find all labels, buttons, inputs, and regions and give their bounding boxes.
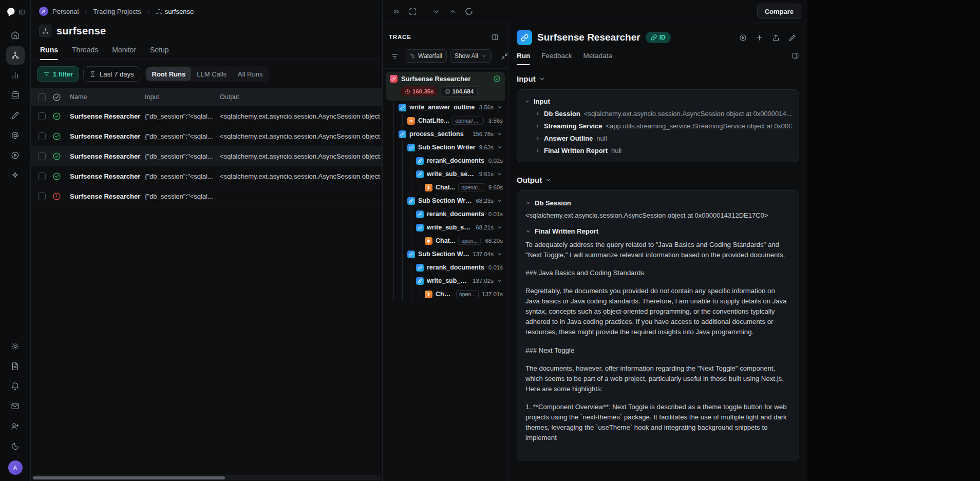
add-to-dataset-button[interactable] bbox=[752, 30, 766, 45]
rail-invite-button[interactable] bbox=[6, 417, 25, 436]
trace-node[interactable]: Sub Section Writer 9.63s bbox=[383, 141, 508, 154]
rail-home-button[interactable] bbox=[6, 26, 25, 45]
chevron-down-icon[interactable] bbox=[497, 171, 503, 177]
chevron-down-icon[interactable] bbox=[497, 198, 503, 204]
rail-dashboards-button[interactable] bbox=[6, 66, 25, 85]
rail-datasets-button[interactable] bbox=[6, 86, 25, 105]
trace-node[interactable]: Sub Section Wri... 137.04s bbox=[383, 247, 508, 261]
playground-button[interactable] bbox=[736, 30, 750, 45]
rail-settings-button[interactable] bbox=[6, 337, 25, 356]
trace-node[interactable]: rerank_documents 0.02s bbox=[383, 154, 508, 167]
breadcrumb-project[interactable]: surfsense bbox=[165, 8, 194, 15]
trace-node[interactable]: write_answer_outline 3.56s bbox=[383, 101, 508, 114]
run-id-badge[interactable]: ID bbox=[646, 32, 671, 43]
row-checkbox[interactable] bbox=[38, 132, 46, 140]
play-circle-icon bbox=[11, 151, 20, 160]
rail-feedback-button[interactable] bbox=[6, 397, 25, 416]
chevron-down-icon[interactable] bbox=[497, 224, 503, 230]
share-button[interactable] bbox=[768, 30, 783, 45]
trace-node[interactable]: ChatLite... openai/gp... 3.56s bbox=[383, 114, 508, 127]
row-checkbox[interactable] bbox=[38, 112, 46, 120]
workspace-avatar[interactable] bbox=[39, 7, 48, 16]
rail-tracing-button[interactable] bbox=[6, 46, 25, 65]
output-db-session-toggle[interactable]: Db Session bbox=[525, 199, 790, 207]
trace-node[interactable]: Chat... open... 137.01s bbox=[383, 287, 508, 301]
rail-theme-button[interactable] bbox=[6, 437, 25, 456]
trace-toolbar: Waterfall Show All bbox=[383, 48, 508, 69]
trace-node[interactable]: Sub Section Writer 68.23s bbox=[383, 194, 508, 207]
scope-root-runs[interactable]: Root Runs bbox=[146, 67, 192, 81]
tab-runs[interactable]: Runs bbox=[40, 46, 58, 60]
sidebar-toggle-icon[interactable] bbox=[18, 9, 25, 15]
rail-annotations-button[interactable] bbox=[6, 106, 25, 125]
row-checkbox[interactable] bbox=[38, 172, 46, 180]
waterfall-view-button[interactable]: Waterfall bbox=[405, 49, 447, 63]
rail-playground-button[interactable] bbox=[6, 146, 25, 165]
run-row[interactable]: Surfsense Researcher {"db_session":"<sql… bbox=[31, 166, 382, 186]
tab-run[interactable]: Run bbox=[517, 50, 530, 65]
scope-all-runs[interactable]: All Runs bbox=[232, 67, 268, 81]
scope-llm-calls[interactable]: LLM Calls bbox=[191, 67, 232, 81]
breadcrumb-section[interactable]: Tracing Projects bbox=[93, 8, 141, 15]
chain-icon bbox=[416, 264, 424, 272]
trace-node[interactable]: rerank_documents 0.01s bbox=[383, 261, 508, 274]
output-report-toggle[interactable]: Final Written Report bbox=[525, 227, 790, 235]
chevron-down-icon[interactable] bbox=[497, 144, 503, 150]
tab-threads[interactable]: Threads bbox=[72, 46, 98, 60]
breadcrumb-workspace[interactable]: Personal bbox=[52, 8, 79, 15]
chevron-down-icon[interactable] bbox=[497, 131, 503, 137]
annotate-button[interactable] bbox=[785, 30, 799, 45]
chevron-down-icon[interactable] bbox=[497, 104, 503, 110]
detail-panel-toggle-button[interactable] bbox=[791, 52, 799, 63]
output-card: Db Session <sqlalchemy.ext.asyncio.sessi… bbox=[517, 190, 799, 460]
trace-filter-button[interactable] bbox=[388, 49, 402, 63]
output-section-header[interactable]: Output bbox=[517, 176, 799, 184]
horizontal-scrollbar[interactable] bbox=[32, 475, 381, 480]
row-checkbox[interactable] bbox=[38, 193, 46, 200]
prev-run-button[interactable] bbox=[445, 4, 460, 18]
trace-node[interactable]: write_sub_se... 137.02s bbox=[383, 274, 508, 287]
input-field-row[interactable]: Answer Outline null bbox=[524, 132, 791, 144]
input-field-row[interactable]: Final Written Report null bbox=[524, 144, 791, 157]
tab-monitor[interactable]: Monitor bbox=[112, 46, 136, 60]
filter-button[interactable]: 1 filter bbox=[37, 66, 79, 82]
input-section-header[interactable]: Input bbox=[517, 74, 799, 83]
trace-node[interactable]: write_sub_sec... 68.21s bbox=[383, 221, 508, 234]
trace-node[interactable]: Chat... open... 68.20s bbox=[383, 234, 508, 247]
input-root-row[interactable]: Input bbox=[524, 95, 791, 107]
show-all-dropdown[interactable]: Show All bbox=[450, 49, 492, 63]
user-icon bbox=[12, 465, 18, 471]
run-row[interactable]: Surfsense Researcher {"db_session":"<sql… bbox=[31, 186, 382, 206]
trace-node[interactable]: write_sub_secti... 9.61s bbox=[383, 167, 508, 181]
expand-view-button[interactable] bbox=[405, 4, 420, 18]
run-row[interactable]: Surfsense Researcher {"db_session":"<sql… bbox=[31, 146, 382, 166]
chevron-down-icon[interactable] bbox=[497, 251, 503, 257]
scrollbar-thumb[interactable] bbox=[33, 476, 225, 479]
breadcrumb-project-item[interactable]: surfsense bbox=[156, 8, 194, 15]
trace-root-node[interactable]: Surfsense Researcher 160.35s 104,684 bbox=[386, 72, 505, 101]
collapse-side-panel-button[interactable] bbox=[389, 4, 403, 18]
run-row[interactable]: Surfsense Researcher {"db_session":"<sql… bbox=[31, 106, 382, 126]
rail-docs-button[interactable] bbox=[6, 357, 25, 376]
rail-deployments-button[interactable] bbox=[6, 166, 25, 185]
rail-queues-button[interactable] bbox=[6, 126, 25, 145]
compare-button[interactable]: Compare bbox=[757, 4, 801, 19]
trace-node[interactable]: process_sections 156.78s bbox=[383, 127, 508, 141]
input-field-row[interactable]: Streaming Service <app.utils.streaming_s… bbox=[524, 120, 791, 132]
tab-feedback[interactable]: Feedback bbox=[541, 50, 572, 65]
run-name: Surfsense Researcher bbox=[70, 132, 145, 140]
tab-metadata[interactable]: Metadata bbox=[583, 50, 612, 65]
user-avatar[interactable] bbox=[8, 460, 23, 475]
trace-node[interactable]: Chat... openai... 9.60s bbox=[383, 181, 508, 194]
trace-panel-toggle-button[interactable] bbox=[487, 30, 502, 44]
chevron-down-icon[interactable] bbox=[497, 278, 503, 284]
rail-notifications-button[interactable] bbox=[6, 377, 25, 396]
select-all-checkbox[interactable] bbox=[38, 93, 46, 101]
date-range-button[interactable]: Last 7 days bbox=[83, 66, 140, 82]
run-row[interactable]: Surfsense Researcher {"db_session":"<sql… bbox=[31, 126, 382, 146]
tab-setup[interactable]: Setup bbox=[150, 46, 169, 60]
row-checkbox[interactable] bbox=[38, 152, 46, 160]
trace-node[interactable]: rerank_documents 0.01s bbox=[383, 207, 508, 221]
input-field-row[interactable]: Db Session <sqlalchemy.ext.asyncio.sessi… bbox=[524, 107, 791, 120]
next-run-button[interactable] bbox=[429, 4, 443, 18]
